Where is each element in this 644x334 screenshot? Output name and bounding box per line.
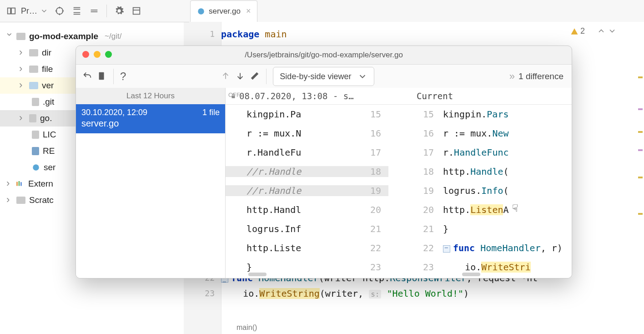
scroll-thumb[interactable] xyxy=(462,273,480,276)
chevron-down-icon xyxy=(357,71,367,81)
svg-rect-8 xyxy=(20,182,22,186)
dialog-titlebar[interactable]: /Users/jetbrains/git/go-mod-example/serv… xyxy=(76,46,572,65)
chevron-right-icon[interactable] xyxy=(19,77,25,94)
file-icon xyxy=(32,98,39,106)
diff-viewer[interactable]: 08.07.2020, 13:08 - s… Current kingpin.P… xyxy=(226,88,572,278)
svg-rect-1 xyxy=(8,8,10,14)
old-line-number: 18 xyxy=(351,166,388,177)
svg-point-3 xyxy=(56,8,63,15)
diff-row[interactable]: }2323 io.WriteStri xyxy=(226,258,572,277)
new-code: http.ListenA xyxy=(438,204,572,215)
chevron-right-icon[interactable] xyxy=(19,45,25,61)
tab-label: server.go xyxy=(209,7,241,16)
folder-icon xyxy=(29,66,38,73)
diff-row[interactable]: //r.Handle1919logrus.Info( xyxy=(226,181,572,200)
chevron-right-icon[interactable] xyxy=(19,110,25,127)
patch-icon[interactable] xyxy=(97,71,107,82)
project-tool-icon[interactable] xyxy=(3,2,20,20)
minimize-window-icon[interactable] xyxy=(94,51,101,58)
inspection-nav[interactable] xyxy=(597,26,617,35)
old-line-number: 23 xyxy=(351,262,388,273)
diff-row[interactable]: r.HandleFu1717r.HandleFunc xyxy=(226,143,572,162)
diff-count: » 1 difference xyxy=(509,71,564,82)
old-line-number: 15 xyxy=(351,109,388,120)
chevron-up-icon[interactable] xyxy=(597,26,606,35)
new-code: r := mux.New xyxy=(438,128,572,139)
old-code: kingpin.Pa xyxy=(226,109,351,120)
diff-row[interactable]: logrus.Inf2121} xyxy=(226,219,572,238)
window-controls[interactable] xyxy=(82,51,112,58)
chevron-right-icon: » xyxy=(509,71,515,82)
new-line-number: 20 xyxy=(407,204,438,215)
chevron-down-icon[interactable] xyxy=(608,26,617,35)
revert-icon[interactable] xyxy=(82,71,92,82)
root-label: go-mod-example xyxy=(29,28,98,45)
new-line-number: 15 xyxy=(407,109,438,120)
diff-row[interactable]: http.Liste2222func HomeHandler, r) xyxy=(226,238,572,258)
old-code: logrus.Inf xyxy=(226,223,351,234)
dialog-toolbar: ? Side-by-side viewer » 1 difference xyxy=(76,65,572,89)
old-line-number: 17 xyxy=(351,147,388,158)
diff-row[interactable]: http.Handl2020http.ListenA xyxy=(226,200,572,219)
old-revision-header: 08.07.2020, 13:08 - s… xyxy=(226,88,412,104)
chevron-down-icon[interactable] xyxy=(6,28,13,45)
close-icon[interactable]: × xyxy=(246,6,251,16)
hide-icon[interactable] xyxy=(128,2,145,20)
scroll-thumb[interactable] xyxy=(248,273,267,276)
history-list[interactable]: Last 12 Hours 30.10.2020, 12:091 file se… xyxy=(76,88,226,278)
prev-diff-icon[interactable] xyxy=(221,71,231,82)
md-icon xyxy=(32,147,39,155)
gear-icon[interactable] xyxy=(111,2,128,20)
svg-rect-9 xyxy=(99,72,104,80)
next-diff-icon[interactable] xyxy=(235,71,245,82)
hand-cursor-icon: ☟ xyxy=(512,202,518,214)
off-label: OFF xyxy=(226,91,247,98)
history-group-header: Last 12 Hours xyxy=(76,88,225,104)
new-code: r.HandleFunc xyxy=(438,147,572,158)
svg-point-5 xyxy=(33,164,39,171)
new-code: } xyxy=(438,223,572,234)
help-icon[interactable]: ? xyxy=(120,70,126,83)
editor-scrollbar[interactable] xyxy=(637,49,644,334)
inspection-badge[interactable]: 2 xyxy=(570,26,585,36)
svg-rect-2 xyxy=(11,8,15,14)
diff-row[interactable]: //r.Handle1818http.Handle( xyxy=(226,162,572,181)
chevron-right-icon[interactable] xyxy=(19,61,25,78)
gopher-icon xyxy=(32,163,40,172)
old-line-number: 19 xyxy=(351,185,388,196)
viewer-mode-dropdown[interactable]: Side-by-side viewer xyxy=(273,67,374,86)
new-line-number: 16 xyxy=(407,128,438,139)
close-window-icon[interactable] xyxy=(82,51,89,58)
folder-icon xyxy=(29,49,38,56)
tab-server-go[interactable]: server.go × xyxy=(190,0,257,22)
old-line-number: 16 xyxy=(351,128,388,139)
old-code: http.Handl xyxy=(226,204,351,215)
library-icon xyxy=(16,181,25,187)
chevron-right-icon[interactable] xyxy=(6,192,13,209)
new-line-number: 23 xyxy=(407,262,438,273)
new-code: logrus.Info( xyxy=(438,185,572,196)
target-icon[interactable] xyxy=(51,2,68,20)
breadcrumb[interactable]: main() xyxy=(221,321,257,334)
project-label: Pr… xyxy=(21,6,37,16)
code-line: io.WriteString(writer, s: "Hello World!"… xyxy=(221,286,644,301)
edit-icon[interactable] xyxy=(250,71,260,82)
maximize-window-icon[interactable] xyxy=(105,51,112,58)
project-dropdown[interactable]: Pr… xyxy=(21,6,48,16)
diff-row[interactable]: r := mux.N1616r := mux.New xyxy=(226,124,572,143)
new-code: func HomeHandler, r) xyxy=(438,243,572,253)
new-code: kingpin.Pars xyxy=(438,109,572,120)
collapse-all-icon[interactable] xyxy=(86,2,103,20)
current-revision-header: Current xyxy=(412,88,572,104)
diff-row[interactable]: kingpin.Pa1515kingpin.Pars xyxy=(226,105,572,124)
expand-all-icon[interactable] xyxy=(68,2,86,20)
old-line-number: 20 xyxy=(351,204,388,215)
svg-rect-6 xyxy=(16,182,18,186)
chevron-right-icon[interactable] xyxy=(6,176,13,192)
main-toolbar: Pr… xyxy=(0,0,189,22)
tree-root[interactable]: go-mod-example ~/git/ xyxy=(0,28,184,45)
dialog-title: /Users/jetbrains/git/go-mod-example/serv… xyxy=(245,51,403,60)
folder-icon xyxy=(16,33,25,40)
history-item[interactable]: 30.10.2020, 12:091 file server.go xyxy=(76,104,225,133)
new-line-number: 18 xyxy=(407,166,438,177)
